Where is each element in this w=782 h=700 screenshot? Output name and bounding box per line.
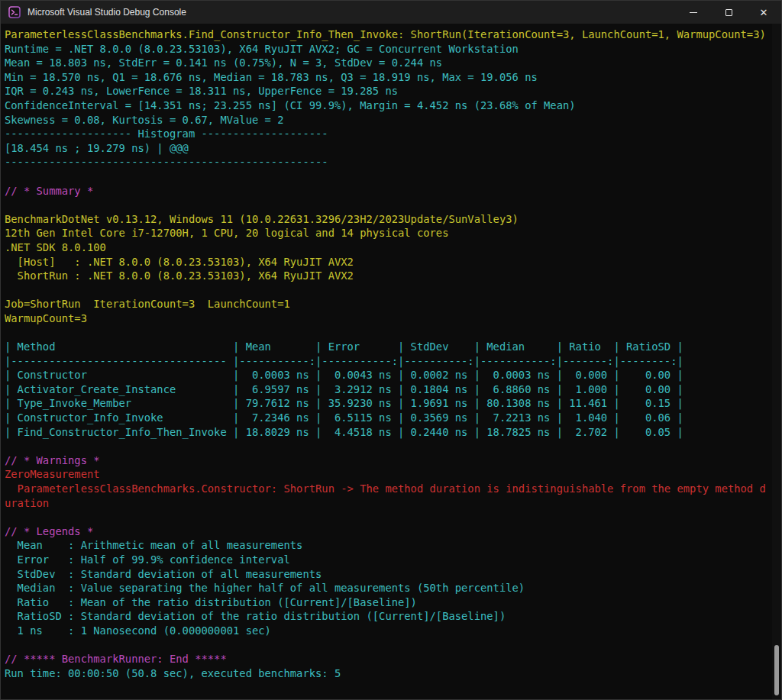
- console-line: [5, 169, 781, 184]
- console-line: ConfidenceInterval = [14.351 ns; 23.255 …: [5, 98, 781, 113]
- console-line: // ***** BenchmarkRunner: End *****: [5, 652, 781, 666]
- minimize-button[interactable]: [676, 1, 711, 24]
- console-line: | Constructor | 0.0003 ns | 0.0043 ns | …: [5, 368, 781, 382]
- console-line: Job=ShortRun IterationCount=3 LaunchCoun…: [5, 297, 781, 311]
- console-line: ZeroMeasurement: [5, 467, 781, 482]
- console-line: Runtime = .NET 8.0.0 (8.0.23.53103), X64…: [5, 42, 781, 56]
- console-line: | Find_Constructor_Info_Then_Invoke | 18…: [5, 425, 781, 440]
- console-line: | Method | Mean | Error | StdDev | Media…: [5, 340, 781, 354]
- console-line: [Host] : .NET 8.0.0 (8.0.23.53103), X64 …: [5, 255, 781, 269]
- console-line: [5, 439, 781, 453]
- console-line: Ratio : Mean of the ratio distribution (…: [5, 595, 781, 610]
- scrollbar[interactable]: [772, 24, 781, 699]
- console-line: | Constructor_Info_Invoke | 7.2346 ns | …: [5, 411, 781, 425]
- console-lines: ParameterlessClassBenchmarks.Find_Constr…: [5, 27, 781, 680]
- console-line: [5, 638, 781, 653]
- debug-console-window: Microsoft Visual Studio Debug Console ✕ …: [0, 0, 782, 700]
- close-button[interactable]: ✕: [746, 1, 781, 24]
- console-line: [5, 510, 781, 524]
- console-line: ShortRun : .NET 8.0.0 (8.0.23.53103), X6…: [5, 269, 781, 283]
- console-line: | Activator_Create_Instance | 6.9597 ns …: [5, 382, 781, 397]
- console-line: uration: [5, 496, 781, 511]
- titlebar: Microsoft Visual Studio Debug Console ✕: [1, 1, 781, 24]
- console-line: Mean = 18.803 ns, StdErr = 0.141 ns (0.7…: [5, 56, 781, 70]
- console-line: ParameterlessClassBenchmarks.Constructor…: [5, 482, 781, 496]
- console-line: Min = 18.570 ns, Q1 = 18.676 ns, Median …: [5, 70, 781, 85]
- minimize-icon: [690, 12, 697, 13]
- maximize-icon: [725, 9, 732, 16]
- window-title: Microsoft Visual Studio Debug Console: [27, 7, 186, 18]
- window-controls: ✕: [676, 1, 781, 24]
- console-line: BenchmarkDotNet v0.13.12, Windows 11 (10…: [5, 212, 781, 227]
- console-line: 1 ns : 1 Nanosecond (0.000000001 sec): [5, 624, 781, 638]
- console-line: 12th Gen Intel Core i7-12700H, 1 CPU, 20…: [5, 226, 781, 240]
- console-line: |---------------------------------- |---…: [5, 354, 781, 369]
- app-icon: [8, 6, 21, 18]
- console-line: // * Summary *: [5, 184, 781, 198]
- console-line: Skewness = 0.08, Kurtosis = 0.67, MValue…: [5, 113, 781, 127]
- console-line: Mean : Arithmetic mean of all measuremen…: [5, 538, 781, 553]
- console-line: [5, 325, 781, 340]
- console-line: ----------------------------------------…: [5, 155, 781, 169]
- maximize-button[interactable]: [711, 1, 746, 24]
- console-line: -------------------- Histogram ---------…: [5, 127, 781, 141]
- console-line: .NET SDK 8.0.100: [5, 240, 781, 255]
- titlebar-left: Microsoft Visual Studio Debug Console: [1, 6, 186, 18]
- console-line: Median : Value separating the higher hal…: [5, 581, 781, 595]
- console-line: Error : Half of 99.9% confidence interva…: [5, 553, 781, 567]
- console-line: [5, 283, 781, 298]
- close-icon: ✕: [760, 8, 768, 18]
- console-line: Run time: 00:00:50 (50.8 sec), executed …: [5, 666, 781, 681]
- console-line: | Type_Invoke_Member | 79.7612 ns | 35.9…: [5, 396, 781, 411]
- console-line: RatioSD : Standard deviation of the rati…: [5, 609, 781, 624]
- console-line: StdDev : Standard deviation of all measu…: [5, 567, 781, 582]
- console-output: ParameterlessClassBenchmarks.Find_Constr…: [1, 24, 781, 699]
- console-line: // * Warnings *: [5, 453, 781, 468]
- scrollbar-thumb[interactable]: [774, 645, 779, 695]
- console-line: // * Legends *: [5, 524, 781, 539]
- console-line: IQR = 0.243 ns, LowerFence = 18.311 ns, …: [5, 84, 781, 98]
- console-line: WarmupCount=3: [5, 311, 781, 326]
- console-line: [5, 198, 781, 212]
- console-line: ParameterlessClassBenchmarks.Find_Constr…: [5, 27, 781, 42]
- console-line: [18.454 ns ; 19.279 ns) | @@@: [5, 141, 781, 156]
